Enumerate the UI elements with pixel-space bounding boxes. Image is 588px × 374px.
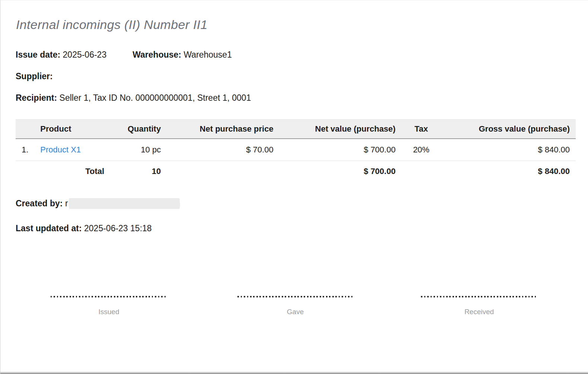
total-tax — [402, 161, 441, 182]
row-product-cell: Product X1 — [34, 139, 110, 161]
signature-block-received: Received — [421, 296, 537, 316]
last-updated-line: Last updated at: 2025-06-23 15:18 — [16, 223, 588, 234]
redaction-overlay — [69, 198, 180, 209]
recipient-value: Seller 1, Tax ID No. 000000000001, Stree… — [60, 93, 251, 103]
supplier-label: Supplier: — [16, 71, 53, 81]
issue-date-pair: Issue date: 2025-06-23 — [16, 50, 106, 59]
total-net-value: $ 700.00 — [279, 161, 402, 182]
col-header-quantity: Quantity — [110, 120, 167, 139]
meta-section: Issue date: 2025-06-23Warehouse: Warehou… — [16, 49, 588, 103]
page-title: Internal incomings (II) Number II1 — [16, 17, 588, 32]
signature-dotted-line — [51, 296, 167, 297]
issue-date-value: 2025-06-23 — [63, 50, 107, 59]
document-content: Internal incomings (II) Number II1 Issue… — [0, 0, 588, 234]
signature-section: Issued Gave Received — [0, 296, 588, 329]
items-table-wrap: Product Quantity Net purchase price Net … — [16, 119, 588, 182]
created-by-line: Created by: r@,n — [16, 198, 588, 209]
last-updated-value: 2025-06-23 15:18 — [84, 223, 152, 233]
total-gross-value: $ 840.00 — [441, 161, 576, 182]
row-quantity: 10 pc — [110, 139, 167, 161]
row-tax: 20% — [402, 139, 441, 161]
signature-label: Issued — [51, 308, 167, 316]
signature-block-issued: Issued — [51, 296, 167, 316]
col-header-product: Product — [34, 120, 110, 139]
signature-dotted-line — [421, 296, 537, 297]
recipient-label: Recipient: — [16, 93, 57, 103]
recipient-line: Recipient: Seller 1, Tax ID No. 00000000… — [16, 93, 588, 103]
row-index: 1. — [16, 139, 34, 161]
total-quantity: 10 — [110, 161, 167, 182]
last-updated-label: Last updated at: — [16, 223, 82, 233]
col-header-net-purchase-price: Net purchase price — [167, 120, 279, 139]
redacted-email: @,n — [69, 198, 180, 209]
supplier-line: Supplier: — [16, 71, 588, 81]
warehouse-value: Warehouse1 — [183, 50, 232, 59]
warehouse-pair: Warehouse: Warehouse1 — [132, 49, 232, 60]
signature-label: Received — [421, 308, 537, 316]
row-gross-value: $ 840.00 — [441, 139, 576, 161]
col-header-gross-value: Gross value (purchase) — [441, 120, 576, 139]
total-label: Total — [34, 161, 110, 182]
signature-dotted-line — [237, 296, 353, 297]
table-total-row: Total 10 $ 700.00 $ 840.00 — [16, 161, 576, 182]
signature-label: Gave — [237, 308, 353, 316]
row-net-value: $ 700.00 — [279, 139, 402, 161]
table-header-row: Product Quantity Net purchase price Net … — [16, 120, 576, 139]
table-row: 1. Product X1 10 pc $ 70.00 $ 700.00 20%… — [16, 139, 576, 161]
issue-date-warehouse-line: Issue date: 2025-06-23Warehouse: Warehou… — [16, 49, 588, 60]
col-header-net-value: Net value (purchase) — [279, 120, 402, 139]
total-net-purchase-price — [167, 161, 279, 182]
warehouse-label: Warehouse: — [132, 50, 181, 59]
items-table: Product Quantity Net purchase price Net … — [16, 119, 576, 182]
col-header-tax: Tax — [402, 120, 441, 139]
document-page: Internal incomings (II) Number II1 Issue… — [0, 0, 588, 374]
total-index-empty — [16, 161, 34, 182]
signature-block-gave: Gave — [237, 296, 353, 316]
issue-date-label: Issue date: — [16, 50, 60, 59]
col-header-index — [16, 120, 34, 139]
row-net-purchase-price: $ 70.00 — [167, 139, 279, 161]
redacted-email-prefix: r — [65, 199, 68, 208]
created-by-label: Created by: — [16, 199, 63, 208]
product-link[interactable]: Product X1 — [40, 145, 81, 154]
